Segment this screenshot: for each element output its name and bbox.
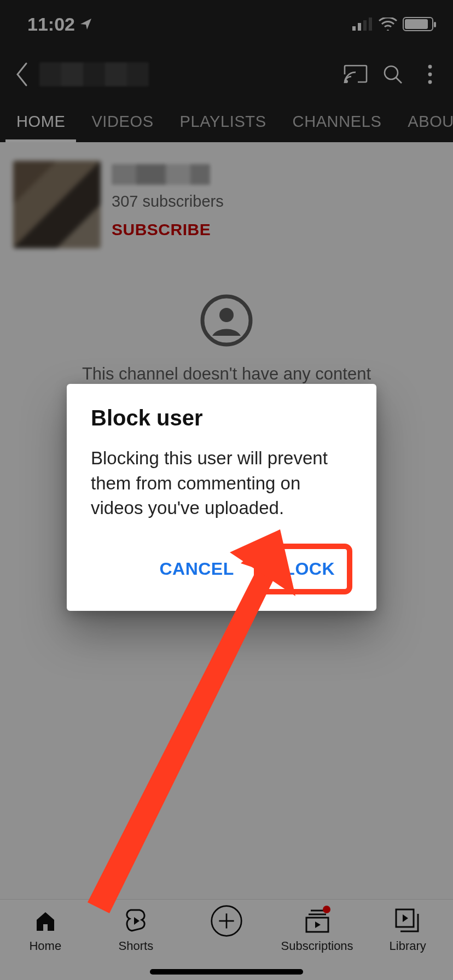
home-indicator[interactable] [150,969,303,975]
dialog-title: Block user [91,406,352,430]
cancel-button[interactable]: CANCEL [147,549,246,589]
block-button[interactable]: BLOCK [259,549,347,589]
block-user-dialog: Block user Blocking this user will preve… [67,384,376,611]
annotation-highlight-box: BLOCK [254,544,352,594]
dialog-body: Blocking this user will prevent them fro… [91,446,352,521]
